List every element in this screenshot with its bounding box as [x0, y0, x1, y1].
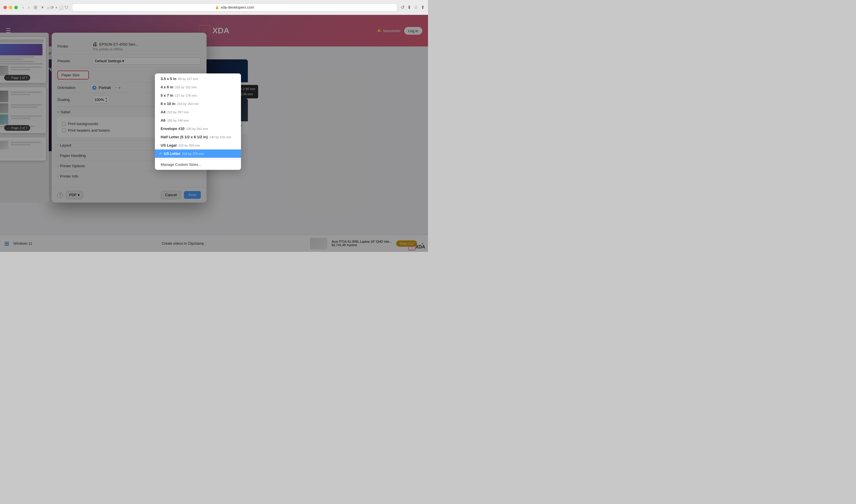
extension-icon[interactable]: 🛡	[65, 5, 69, 10]
download-button[interactable]: ⬇	[407, 5, 411, 10]
dropdown-item-uslegal[interactable]: US Legal 216 by 356 mm	[155, 141, 241, 149]
website-background: ☰ [] XDA 🔔 Newsletter Log in Readers lik…	[0, 15, 428, 252]
forward-button[interactable]: ›	[27, 4, 31, 11]
browser-nav: ‹ › ⊞ ▾	[21, 4, 45, 11]
close-button[interactable]	[3, 6, 7, 9]
traffic-lights	[3, 6, 18, 9]
check-selected-icon: ✓	[159, 151, 162, 156]
dropdown-item-usletter[interactable]: ✓ US Letter 216 by 279 mm	[155, 149, 241, 158]
share-button[interactable]: ⬆	[421, 5, 425, 10]
tab-icon[interactable]: ⬜	[58, 5, 64, 10]
dropdown-divider	[155, 159, 241, 159]
tab-overview[interactable]: ▾	[40, 4, 45, 11]
dropdown-item-4x6[interactable]: 4 x 6 in 102 by 152 mm	[155, 83, 241, 91]
lock-icon: 🔒	[215, 5, 219, 9]
dropdown-item-manage[interactable]: Manage Custom Sizes...	[155, 160, 241, 169]
dropdown-item-a6[interactable]: A6 105 by 148 mm	[155, 116, 241, 125]
dropdown-item-8x10[interactable]: 8 x 10 in 203 by 254 mm	[155, 100, 241, 108]
new-tab-icon[interactable]: +	[55, 5, 57, 10]
tab-bar: ⌂ ⟳ + ⬜ 🛡	[47, 5, 69, 10]
refresh-button[interactable]: ↺	[401, 5, 405, 10]
minimize-button[interactable]	[9, 6, 12, 9]
url-text: xda-developers.com	[220, 5, 254, 10]
url-bar[interactable]: 🔒 xda-developers.com	[72, 3, 397, 12]
dropdown-item-a4[interactable]: A4 210 by 297 mm	[155, 108, 241, 116]
dropdown-item-envelope10[interactable]: Envelope #10 105 by 241 mm	[155, 125, 241, 133]
dropdown-item-5x7[interactable]: 5 x 7 in 127 by 178 mm	[155, 91, 241, 100]
maximize-button[interactable]	[14, 6, 18, 9]
dropdown-item-halfletter[interactable]: Half Letter (5 1/2 x 8 1/2 in) 140 by 21…	[155, 133, 241, 141]
sidebar-toggle[interactable]: ⊞	[32, 4, 38, 11]
browser-chrome: ‹ › ⊞ ▾ ⌂ ⟳ + ⬜ 🛡 🔒 xda-developers.com ↺…	[0, 0, 428, 15]
home-tab-icon[interactable]: ⌂	[47, 5, 49, 10]
browser-actions: ↺ ⬇ ☆ ⬆	[401, 5, 425, 10]
paper-size-dropdown[interactable]: 3.5 x 5 in 89 by 127 mm 4 x 6 in 102 by …	[155, 73, 241, 170]
history-icon[interactable]: ⟳	[51, 5, 54, 10]
dropdown-item-3-5[interactable]: 3.5 x 5 in 89 by 127 mm	[155, 75, 241, 83]
bookmark-button[interactable]: ☆	[414, 5, 418, 10]
back-button[interactable]: ‹	[21, 4, 25, 11]
